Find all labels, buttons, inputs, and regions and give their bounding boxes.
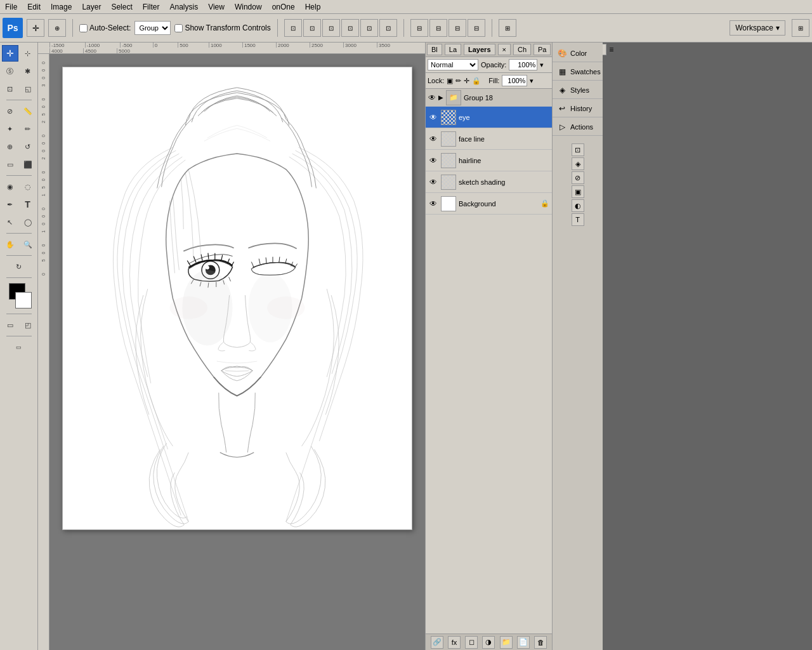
right-tool-1[interactable]: ⊡	[572, 143, 584, 156]
menu-analysis[interactable]: Analysis	[164, 1, 203, 13]
path-select-tool[interactable]: ↖	[2, 214, 18, 230]
layer-eye[interactable]: 👁 eye	[426, 107, 552, 128]
bg-visibility-btn[interactable]: 👁	[428, 199, 438, 209]
eye-visibility-btn[interactable]: 👁	[428, 112, 438, 123]
background-color[interactable]	[15, 292, 32, 308]
group-expand-arrow[interactable]: ▶	[438, 94, 443, 101]
align-right-btn[interactable]: ⊡	[322, 19, 340, 37]
extras-btn[interactable]: ⊞	[499, 19, 516, 37]
dodge-tool[interactable]: ◌	[20, 178, 36, 195]
right-tool-6[interactable]: T	[572, 213, 584, 226]
selection-tool[interactable]: ⊹	[20, 45, 36, 62]
add-mask-btn[interactable]: ◻	[465, 636, 478, 649]
workspace-button[interactable]: Workspace ▾	[730, 20, 785, 36]
faceline-visibility-btn[interactable]: 👁	[428, 134, 438, 144]
new-layer-btn[interactable]: 📄	[517, 636, 530, 649]
lock-all-btn[interactable]: 🔒	[472, 77, 481, 85]
shape-tool[interactable]: ◯	[20, 214, 36, 230]
swatches-panel-btn[interactable]: ▦ Swatches	[553, 63, 603, 81]
show-transform-controls-label[interactable]: Show Transform Controls	[174, 23, 270, 32]
menu-file[interactable]: File	[0, 1, 22, 13]
tab-layers[interactable]: Layers	[464, 44, 495, 55]
rotate-view-btn[interactable]: ↻	[11, 258, 27, 275]
menu-help[interactable]: Help	[300, 1, 326, 13]
lasso-tool[interactable]: ⓢ	[2, 63, 18, 79]
history-panel-btn[interactable]: ↩ History	[553, 100, 603, 117]
actions-panel-btn[interactable]: ▷ Actions	[553, 119, 603, 136]
new-fill-btn[interactable]: ◑	[482, 636, 495, 649]
move-tool-alt[interactable]: ⊕	[48, 19, 66, 37]
layer-background[interactable]: 👁 Background 🔒	[426, 193, 552, 215]
tab-bl[interactable]: Bl	[427, 44, 442, 55]
screen-mode-tools-btn[interactable]: ▭	[11, 339, 27, 355]
lock-move-btn[interactable]: ✛	[464, 77, 469, 85]
opacity-input[interactable]	[509, 59, 537, 70]
eyedropper-tool[interactable]: ⊘	[2, 103, 18, 119]
clone-stamp-tool[interactable]: ⊕	[2, 138, 18, 155]
eraser-tool[interactable]: ▭	[2, 156, 18, 173]
opacity-arrow[interactable]: ▾	[540, 61, 544, 69]
ruler-tool[interactable]: 📏	[20, 103, 36, 119]
crop-tool[interactable]: ⊡	[2, 81, 18, 97]
right-tool-3[interactable]: ⊘	[572, 171, 584, 184]
panel-menu-btn[interactable]: ≡	[609, 45, 613, 54]
add-style-btn[interactable]: fx	[448, 636, 461, 649]
align-left-btn[interactable]: ⊡	[284, 19, 302, 37]
right-tool-2[interactable]: ◈	[572, 157, 584, 170]
zoom-tool[interactable]: 🔍	[20, 236, 36, 253]
right-tool-5[interactable]: ◐	[572, 199, 584, 212]
screen-mode-btn[interactable]: ⊞	[792, 19, 809, 37]
menu-onone[interactable]: onOne	[267, 1, 300, 13]
tab-pa[interactable]: Pa	[534, 44, 551, 55]
move-tool-btn[interactable]: ✛	[27, 19, 44, 37]
menu-image[interactable]: Image	[46, 1, 77, 13]
auto-select-dropdown[interactable]: Group	[134, 21, 171, 35]
text-tool[interactable]: T	[20, 196, 36, 213]
fill-tool[interactable]: ⬛	[20, 156, 36, 173]
distribute-h-btn[interactable]: ⊟	[410, 19, 428, 37]
fill-arrow[interactable]: ▾	[530, 77, 534, 85]
align-bottom-btn[interactable]: ⊡	[379, 19, 397, 37]
menu-filter[interactable]: Filter	[138, 1, 165, 13]
right-tool-4[interactable]: ▣	[572, 185, 584, 198]
canvas-container[interactable]	[49, 54, 425, 650]
menu-layer[interactable]: Layer	[77, 1, 106, 13]
history-brush-tool[interactable]: ↺	[20, 138, 36, 155]
quick-mask-btn[interactable]: ◰	[20, 317, 36, 333]
distribute-v-btn[interactable]: ⊟	[429, 19, 447, 37]
distribute-c-btn[interactable]: ⊟	[449, 19, 466, 37]
group-visibility-btn[interactable]: 👁	[428, 93, 436, 102]
auto-select-checkbox[interactable]	[79, 24, 88, 32]
color-panel-btn[interactable]: 🎨 Color	[553, 45, 603, 62]
spot-heal-tool[interactable]: ✦	[2, 121, 18, 137]
move-tool[interactable]: ✛	[2, 45, 18, 62]
tab-ch[interactable]: Ch	[513, 44, 531, 55]
sketchshading-visibility-btn[interactable]: 👁	[428, 177, 438, 187]
blur-tool[interactable]: ◉	[2, 178, 18, 195]
styles-panel-btn[interactable]: ◈ Styles	[553, 82, 603, 99]
link-layers-btn[interactable]: 🔗	[431, 636, 443, 649]
blend-mode-select[interactable]: Normal	[428, 59, 478, 70]
tab-la[interactable]: La	[445, 44, 461, 55]
slice-tool[interactable]: ◱	[20, 81, 36, 97]
brush-tool[interactable]: ✏	[20, 121, 36, 137]
show-transform-controls-checkbox[interactable]	[174, 24, 183, 32]
delete-layer-btn[interactable]: 🗑	[534, 636, 547, 649]
distribute-d-btn[interactable]: ⊟	[468, 19, 485, 37]
standard-mode-btn[interactable]: ▭	[2, 317, 18, 333]
layer-faceline[interactable]: 👁 face line	[426, 128, 552, 150]
layer-hairline[interactable]: 👁 hairline	[426, 150, 552, 171]
align-top-btn[interactable]: ⊡	[341, 19, 359, 37]
lock-transparency-btn[interactable]: ▣	[447, 77, 453, 85]
align-center-btn[interactable]: ⊡	[303, 19, 321, 37]
lock-paint-btn[interactable]: ✏	[455, 77, 461, 85]
hairline-visibility-btn[interactable]: 👁	[428, 156, 438, 166]
menu-view[interactable]: View	[203, 1, 230, 13]
group-layer-18[interactable]: 👁 ▶ 📁 Group 18	[426, 89, 552, 107]
fill-input[interactable]	[502, 75, 527, 86]
menu-window[interactable]: Window	[230, 1, 267, 13]
menu-edit[interactable]: Edit	[22, 1, 46, 13]
pen-tool[interactable]: ✒	[2, 196, 18, 213]
menu-select[interactable]: Select	[106, 1, 137, 13]
tab-close[interactable]: ×	[498, 44, 511, 55]
